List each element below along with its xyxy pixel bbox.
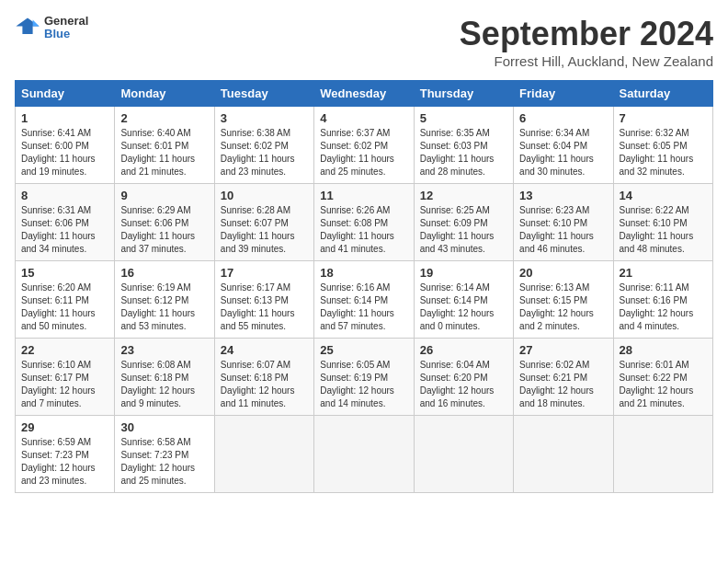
calendar-cell-12: 12Sunrise: 6:25 AMSunset: 6:09 PMDayligh… bbox=[414, 184, 513, 261]
weekday-header-tuesday: Tuesday bbox=[214, 81, 313, 107]
calendar-week-4: 29Sunrise: 6:59 AMSunset: 7:23 PMDayligh… bbox=[16, 416, 713, 493]
day-number: 22 bbox=[21, 343, 108, 357]
calendar-cell-28: 28Sunrise: 6:01 AMSunset: 6:22 PMDayligh… bbox=[613, 339, 712, 416]
day-info: Sunrise: 6:04 AMSunset: 6:20 PMDaylight:… bbox=[420, 360, 495, 408]
calendar-cell-5: 5Sunrise: 6:35 AMSunset: 6:03 PMDaylight… bbox=[414, 107, 513, 184]
day-info: Sunrise: 6:17 AMSunset: 6:13 PMDaylight:… bbox=[221, 282, 295, 331]
day-info: Sunrise: 6:38 AMSunset: 6:02 PMDaylight:… bbox=[221, 128, 295, 177]
calendar-cell-20: 20Sunrise: 6:13 AMSunset: 6:15 PMDayligh… bbox=[514, 261, 613, 339]
calendar-cell-empty bbox=[414, 416, 513, 493]
day-number: 18 bbox=[320, 266, 407, 280]
calendar-cell-24: 24Sunrise: 6:07 AMSunset: 6:18 PMDayligh… bbox=[214, 339, 313, 416]
day-number: 16 bbox=[120, 266, 208, 280]
weekday-header-sunday: Sunday bbox=[16, 81, 115, 107]
day-info: Sunrise: 6:01 AMSunset: 6:22 PMDaylight:… bbox=[620, 360, 694, 408]
calendar-cell-6: 6Sunrise: 6:34 AMSunset: 6:04 PMDaylight… bbox=[514, 107, 613, 184]
day-number: 15 bbox=[21, 266, 108, 280]
day-number: 17 bbox=[221, 266, 308, 280]
calendar-cell-17: 17Sunrise: 6:17 AMSunset: 6:13 PMDayligh… bbox=[214, 261, 313, 339]
calendar-cell-26: 26Sunrise: 6:04 AMSunset: 6:20 PMDayligh… bbox=[414, 339, 513, 416]
day-info: Sunrise: 6:35 AMSunset: 6:03 PMDaylight:… bbox=[420, 128, 495, 177]
day-number: 26 bbox=[420, 343, 507, 357]
calendar-cell-11: 11Sunrise: 6:26 AMSunset: 6:08 PMDayligh… bbox=[314, 184, 414, 261]
svg-marker-1 bbox=[33, 20, 40, 27]
day-info: Sunrise: 6:22 AMSunset: 6:10 PMDaylight:… bbox=[620, 205, 694, 254]
day-number: 5 bbox=[420, 111, 507, 125]
calendar-cell-16: 16Sunrise: 6:19 AMSunset: 6:12 PMDayligh… bbox=[115, 261, 214, 339]
day-info: Sunrise: 6:34 AMSunset: 6:04 PMDaylight:… bbox=[519, 128, 594, 177]
day-info: Sunrise: 6:59 AMSunset: 7:23 PMDaylight:… bbox=[21, 437, 96, 486]
calendar-cell-25: 25Sunrise: 6:05 AMSunset: 6:19 PMDayligh… bbox=[314, 339, 414, 416]
weekday-header-wednesday: Wednesday bbox=[314, 81, 414, 107]
calendar-cell-15: 15Sunrise: 6:20 AMSunset: 6:11 PMDayligh… bbox=[16, 261, 115, 339]
day-number: 13 bbox=[519, 189, 607, 202]
day-number: 24 bbox=[221, 343, 308, 357]
calendar-table: SundayMondayTuesdayWednesdayThursdayFrid… bbox=[15, 80, 713, 493]
header: General Blue September 2024 Forrest Hill… bbox=[15, 15, 713, 69]
day-info: Sunrise: 6:19 AMSunset: 6:12 PMDaylight:… bbox=[120, 282, 195, 331]
logo-blue: Blue bbox=[44, 28, 88, 40]
day-number: 28 bbox=[620, 343, 707, 357]
day-number: 12 bbox=[420, 189, 507, 202]
day-number: 25 bbox=[320, 343, 407, 357]
day-number: 21 bbox=[620, 266, 707, 280]
day-number: 7 bbox=[620, 111, 707, 125]
day-info: Sunrise: 6:40 AMSunset: 6:01 PMDaylight:… bbox=[120, 128, 195, 177]
calendar-week-1: 8Sunrise: 6:31 AMSunset: 6:06 PMDaylight… bbox=[16, 184, 713, 261]
calendar-cell-30: 30Sunrise: 6:58 AMSunset: 7:23 PMDayligh… bbox=[115, 416, 214, 493]
day-info: Sunrise: 6:58 AMSunset: 7:23 PMDaylight:… bbox=[120, 437, 195, 486]
day-info: Sunrise: 6:37 AMSunset: 6:02 PMDaylight:… bbox=[320, 128, 394, 177]
calendar-cell-23: 23Sunrise: 6:08 AMSunset: 6:18 PMDayligh… bbox=[115, 339, 214, 416]
day-number: 20 bbox=[519, 266, 607, 280]
calendar-cell-empty bbox=[514, 416, 613, 493]
day-number: 6 bbox=[519, 111, 607, 125]
day-info: Sunrise: 6:11 AMSunset: 6:16 PMDaylight:… bbox=[620, 282, 694, 331]
day-number: 4 bbox=[320, 111, 407, 125]
day-info: Sunrise: 6:41 AMSunset: 6:00 PMDaylight:… bbox=[21, 128, 96, 177]
calendar-cell-10: 10Sunrise: 6:28 AMSunset: 6:07 PMDayligh… bbox=[214, 184, 313, 261]
calendar-cell-4: 4Sunrise: 6:37 AMSunset: 6:02 PMDaylight… bbox=[314, 107, 414, 184]
logo-bird-icon bbox=[15, 15, 40, 40]
day-info: Sunrise: 6:10 AMSunset: 6:17 PMDaylight:… bbox=[21, 360, 96, 408]
calendar-cell-empty bbox=[314, 416, 414, 493]
logo: General Blue bbox=[15, 15, 88, 41]
day-number: 2 bbox=[120, 111, 208, 125]
day-number: 11 bbox=[320, 189, 407, 202]
day-number: 14 bbox=[620, 189, 707, 202]
calendar-cell-19: 19Sunrise: 6:14 AMSunset: 6:14 PMDayligh… bbox=[414, 261, 513, 339]
day-info: Sunrise: 6:13 AMSunset: 6:15 PMDaylight:… bbox=[519, 282, 594, 331]
calendar-cell-14: 14Sunrise: 6:22 AMSunset: 6:10 PMDayligh… bbox=[613, 184, 712, 261]
logo-general: General bbox=[44, 15, 88, 28]
day-number: 10 bbox=[221, 189, 308, 202]
day-info: Sunrise: 6:32 AMSunset: 6:05 PMDaylight:… bbox=[620, 128, 694, 177]
day-number: 9 bbox=[120, 189, 208, 202]
day-info: Sunrise: 6:26 AMSunset: 6:08 PMDaylight:… bbox=[320, 205, 394, 254]
weekday-header-saturday: Saturday bbox=[613, 81, 712, 107]
day-info: Sunrise: 6:16 AMSunset: 6:14 PMDaylight:… bbox=[320, 282, 394, 331]
calendar-week-0: 1Sunrise: 6:41 AMSunset: 6:00 PMDaylight… bbox=[16, 107, 713, 184]
day-info: Sunrise: 6:25 AMSunset: 6:09 PMDaylight:… bbox=[420, 205, 495, 254]
day-info: Sunrise: 6:31 AMSunset: 6:06 PMDaylight:… bbox=[21, 205, 96, 254]
weekday-header-monday: Monday bbox=[115, 81, 214, 107]
calendar-cell-7: 7Sunrise: 6:32 AMSunset: 6:05 PMDaylight… bbox=[613, 107, 712, 184]
day-number: 30 bbox=[120, 420, 208, 434]
day-number: 23 bbox=[120, 343, 208, 357]
calendar-week-2: 15Sunrise: 6:20 AMSunset: 6:11 PMDayligh… bbox=[16, 261, 713, 339]
calendar-cell-8: 8Sunrise: 6:31 AMSunset: 6:06 PMDaylight… bbox=[16, 184, 115, 261]
weekday-header-thursday: Thursday bbox=[414, 81, 513, 107]
calendar-cell-3: 3Sunrise: 6:38 AMSunset: 6:02 PMDaylight… bbox=[214, 107, 313, 184]
month-title: September 2024 bbox=[460, 15, 713, 53]
day-info: Sunrise: 6:23 AMSunset: 6:10 PMDaylight:… bbox=[519, 205, 594, 254]
calendar-cell-9: 9Sunrise: 6:29 AMSunset: 6:06 PMDaylight… bbox=[115, 184, 214, 261]
title-area: September 2024 Forrest Hill, Auckland, N… bbox=[460, 15, 713, 69]
day-info: Sunrise: 6:07 AMSunset: 6:18 PMDaylight:… bbox=[221, 360, 295, 408]
calendar-cell-27: 27Sunrise: 6:02 AMSunset: 6:21 PMDayligh… bbox=[514, 339, 613, 416]
day-info: Sunrise: 6:29 AMSunset: 6:06 PMDaylight:… bbox=[120, 205, 195, 254]
weekday-header-friday: Friday bbox=[514, 81, 613, 107]
day-number: 19 bbox=[420, 266, 507, 280]
calendar-cell-1: 1Sunrise: 6:41 AMSunset: 6:00 PMDaylight… bbox=[16, 107, 115, 184]
day-number: 3 bbox=[221, 111, 308, 125]
weekday-header-row: SundayMondayTuesdayWednesdayThursdayFrid… bbox=[16, 81, 713, 107]
day-number: 29 bbox=[21, 420, 108, 434]
calendar-cell-2: 2Sunrise: 6:40 AMSunset: 6:01 PMDaylight… bbox=[115, 107, 214, 184]
